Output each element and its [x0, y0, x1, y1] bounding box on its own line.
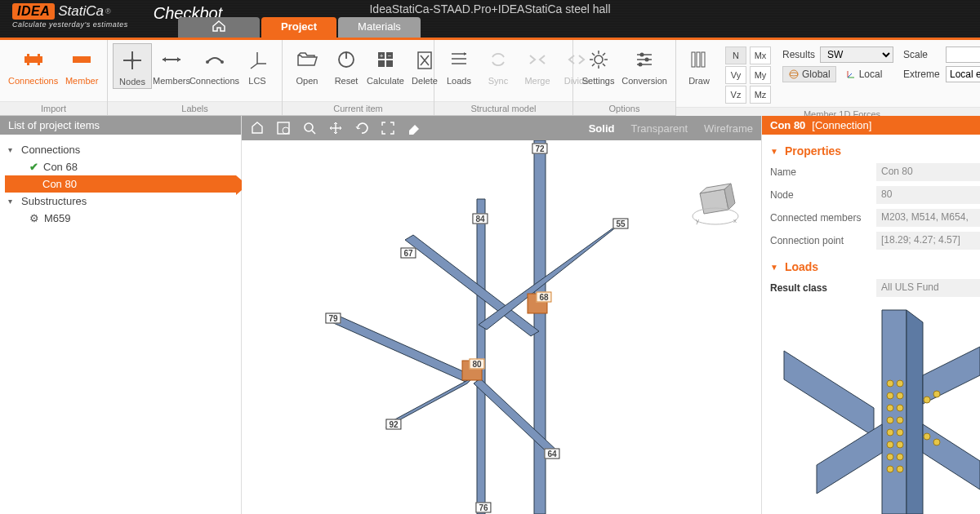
settings-button[interactable]: Settings [578, 43, 618, 87]
mode-wireframe[interactable]: Wireframe [704, 122, 753, 135]
loads-icon [447, 47, 471, 72]
svg-point-74 [897, 417, 903, 423]
3d-canvas[interactable]: 72 84 55 67 68 79 80 92 64 76 x y [242, 140, 761, 514]
node-label-76: 76 [475, 503, 491, 513]
calculate-button[interactable]: +− Calculate [366, 43, 405, 87]
pan-icon[interactable] [328, 121, 343, 135]
svg-point-31 [645, 58, 649, 62]
svg-point-73 [887, 417, 893, 423]
force-vz-button[interactable]: Vz [725, 86, 746, 104]
view-cube[interactable]: x y [679, 177, 745, 242]
tree-item-con80[interactable]: Con 80 [5, 175, 236, 193]
tree-item-con68[interactable]: ✔ Con 68 [5, 158, 236, 175]
svg-point-69 [887, 392, 893, 399]
draw-icon [687, 47, 711, 72]
labels-lcs-button[interactable]: LCS [238, 43, 277, 87]
node-label-64: 64 [544, 449, 559, 459]
prop-result-class: Result class All ULS Fund [770, 277, 980, 299]
labels-connections-button[interactable]: Connections [191, 43, 238, 87]
section-loads[interactable]: ▼ Loads [770, 257, 980, 277]
viewport-toolbar: Solid Transparent Wireframe [242, 116, 761, 140]
svg-point-71 [887, 405, 893, 411]
force-my-button[interactable]: My [750, 66, 771, 84]
tree-group-connections[interactable]: ▾ Connections [5, 141, 236, 158]
force-vy-button[interactable]: Vy [725, 66, 746, 84]
ribbon: Connections Member Import Nodes Members … [0, 40, 980, 116]
svg-point-6 [131, 59, 134, 62]
labels-nodes-button[interactable]: Nodes [113, 43, 152, 89]
tree-item-m659[interactable]: ⚙ M659 [5, 210, 236, 227]
svg-point-75 [887, 429, 893, 436]
local-button[interactable]: Local [840, 66, 889, 82]
open-button[interactable]: Open [287, 43, 327, 87]
prop-members: Connected members M203, M514, M654, [770, 206, 980, 229]
logo-statica: StatiCa [58, 3, 104, 20]
extreme-input[interactable] [946, 66, 980, 82]
zoom-icon[interactable] [302, 121, 317, 135]
svg-point-8 [206, 60, 209, 64]
document-title: IdeaStatiCa-STAAD.Pro+IDEAStatiCa steel … [369, 2, 610, 16]
section-properties[interactable]: ▼ Properties [770, 141, 980, 161]
ribbon-group-label: Import [0, 101, 107, 115]
tree-group-substructures[interactable]: ▾ Substructures [5, 193, 236, 210]
zoom-extents-icon[interactable] [276, 121, 291, 135]
svg-point-80 [897, 454, 903, 460]
merge-button[interactable]: Merge [518, 43, 557, 87]
ribbon-group-label: Options [573, 101, 675, 115]
results-select[interactable]: SW [820, 47, 893, 63]
fullscreen-icon[interactable] [381, 121, 395, 135]
ribbon-group-current: Open Reset +− Calculate Delete Current i… [283, 40, 434, 115]
rotate-icon[interactable] [354, 121, 369, 135]
svg-rect-2 [38, 54, 40, 65]
force-mz-button[interactable]: Mz [750, 86, 771, 104]
home-view-icon[interactable] [250, 121, 265, 135]
eraser-icon[interactable] [407, 121, 421, 135]
main-tabs: Project Materials [178, 17, 422, 38]
import-member-button[interactable]: Member [61, 43, 102, 87]
prop-resultclass-value[interactable]: All ULS Fund [876, 279, 980, 297]
chevron-down-icon: ▼ [770, 263, 778, 272]
node-label-80: 80 [469, 359, 484, 370]
svg-point-44 [305, 123, 313, 131]
svg-point-72 [897, 405, 903, 411]
project-tree: ▾ Connections ✔ Con 68 Con 80 ▾ Substruc… [0, 135, 241, 233]
svg-text:x: x [733, 217, 737, 224]
svg-rect-18 [386, 60, 393, 67]
sync-button[interactable]: Sync [479, 43, 518, 87]
global-button[interactable]: Global [782, 66, 836, 82]
prop-node-value[interactable]: 80 [876, 186, 980, 204]
connection-preview[interactable] [768, 302, 980, 514]
tab-project[interactable]: Project [261, 17, 336, 38]
chevron-down-icon: ▾ [8, 197, 16, 206]
tab-home[interactable] [178, 17, 260, 38]
force-n-button[interactable]: N [725, 47, 746, 64]
svg-rect-35 [697, 52, 700, 67]
delete-icon [412, 47, 437, 72]
3d-viewport[interactable]: Solid Transparent Wireframe [242, 116, 761, 514]
conversion-button[interactable]: Conversion [618, 43, 670, 87]
properties-header: Con 80 [Connection] [762, 116, 980, 135]
draw-button[interactable]: Draw [679, 43, 719, 87]
prop-name: Name Con 80 [770, 161, 980, 184]
mode-transparent[interactable]: Transparent [630, 122, 688, 135]
check-icon: ✔ [29, 161, 38, 173]
node-label-55: 55 [612, 219, 628, 229]
reset-button[interactable]: Reset [327, 43, 366, 87]
member-icon [69, 47, 94, 72]
import-connections-button[interactable]: Connections [5, 43, 61, 87]
force-mx-button[interactable]: Mx [750, 47, 771, 64]
labels-members-button[interactable]: Members [152, 43, 191, 87]
display-modes: Solid Transparent Wireframe [589, 122, 753, 135]
svg-marker-64 [923, 347, 980, 404]
ribbon-group-structural: Loads Sync Merge Divide Structural model [434, 40, 573, 115]
gear-icon: ⚙ [29, 212, 39, 224]
svg-point-9 [220, 60, 224, 64]
loads-button[interactable]: Loads [439, 43, 479, 87]
mode-solid[interactable]: Solid [589, 122, 615, 135]
tab-materials[interactable]: Materials [338, 17, 421, 38]
ribbon-group-label: Structural model [434, 101, 572, 115]
selected-item-name: Con 80 [770, 119, 805, 131]
properties-panel: Con 80 [Connection] ▼ Properties Name Co… [761, 116, 980, 514]
scale-input[interactable] [946, 47, 980, 63]
prop-name-value[interactable]: Con 80 [876, 163, 980, 181]
